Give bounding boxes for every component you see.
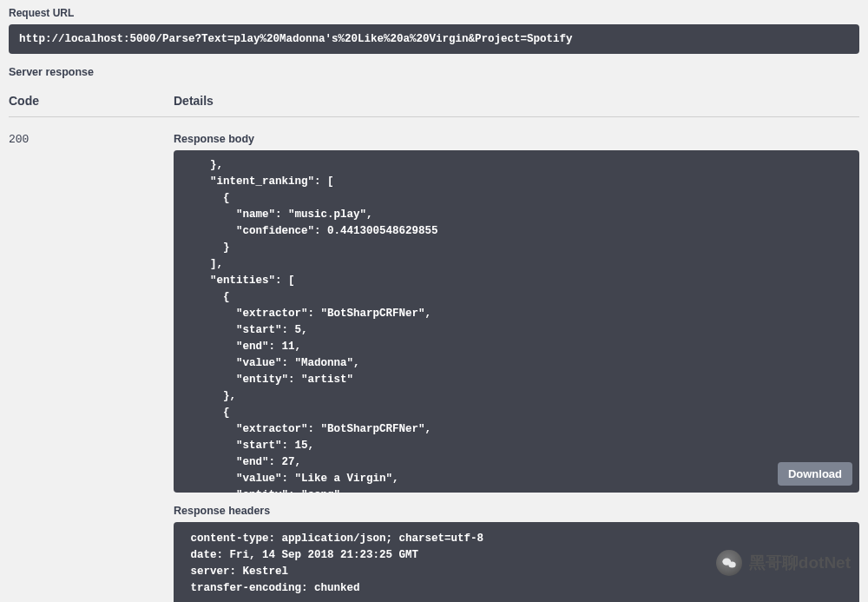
server-response-label: Server response <box>9 66 859 78</box>
code-column-header: Code <box>9 94 174 108</box>
response-body-content[interactable]: }, "intent_ranking": [ { "name": "music.… <box>174 150 859 493</box>
status-code: 200 <box>9 133 174 602</box>
response-table-header: Code Details <box>9 94 859 117</box>
request-url-label: Request URL <box>9 7 859 19</box>
response-headers-label: Response headers <box>174 505 859 517</box>
response-headers-content: content-type: application/json; charset=… <box>174 522 859 602</box>
response-body-label: Response body <box>174 133 859 145</box>
request-url-value: http://localhost:5000/Parse?Text=play%20… <box>9 24 859 54</box>
response-row: 200 Response body }, "intent_ranking": [… <box>9 133 859 602</box>
download-button[interactable]: Download <box>778 462 852 486</box>
details-column-header: Details <box>174 94 859 108</box>
